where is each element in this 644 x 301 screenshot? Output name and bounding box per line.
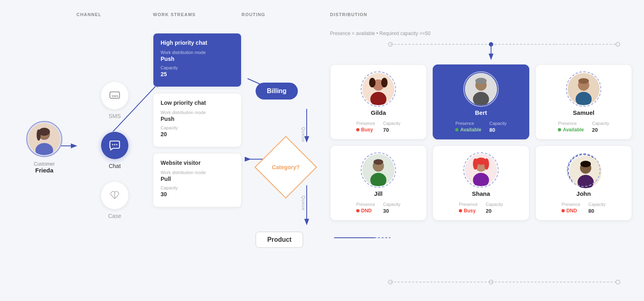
bert-presence-value: Available <box>455 127 481 133</box>
svg-point-35 <box>362 73 394 105</box>
samuel-capacity-label: Capacity <box>592 121 609 126</box>
svg-point-60 <box>578 175 594 188</box>
bert-capacity-value: 80 <box>489 127 495 133</box>
ws-low-title: Low priority chat <box>161 100 234 106</box>
john-stats: Presence DND Capacity 80 <box>542 202 625 214</box>
customer-avatar <box>28 123 60 155</box>
ws-high-mode-label: Work distribution mode <box>161 50 234 55</box>
shana-capacity-label: Capacity <box>486 202 503 207</box>
samuel-capacity-value: 20 <box>592 127 598 133</box>
svg-point-47 <box>578 78 589 84</box>
jill-presence-dot <box>356 209 359 212</box>
workstream-cards: High priority chat Work distribution mod… <box>153 33 242 207</box>
jill-presence-value: DND <box>356 208 372 214</box>
workstreams-column: WORK STREAMS High priority chat Work dis… <box>153 8 242 293</box>
agent-card-jill[interactable]: Jill Presence DND Capacity 30 <box>330 145 427 220</box>
bert-stats: Presence Available Capacity 80 <box>439 121 523 133</box>
routing-column: ROUTING Billing Queue Category? Queue Pr… <box>242 8 330 293</box>
svg-point-45 <box>578 79 589 91</box>
channel-section-label: CHANNEL <box>76 12 153 17</box>
svg-point-37 <box>370 92 386 105</box>
ws-low-mode: Push <box>161 116 234 122</box>
ws-high-cap-label: Capacity <box>161 65 234 70</box>
shana-capacity-value: 20 <box>486 208 491 214</box>
bert-presence-stat: Presence Available <box>455 121 481 133</box>
svg-point-43 <box>475 78 487 84</box>
ws-card-low-priority[interactable]: Low priority chat Work distribution mode… <box>153 93 242 147</box>
john-capacity-stat: Capacity 80 <box>588 202 606 214</box>
svg-point-44 <box>568 73 600 105</box>
sms-channel-icon: SMS <box>101 81 129 110</box>
ws-web-cap: 30 <box>161 191 234 197</box>
shana-name: Shana <box>472 190 490 197</box>
customer-avatar-wrap <box>26 121 62 157</box>
chat-channel-name: Chat <box>109 163 121 169</box>
gilda-name: Gilda <box>371 109 386 116</box>
agent-card-shana[interactable]: Shana Presence Busy Capacity 20 <box>433 145 529 220</box>
bert-capacity-label: Capacity <box>489 121 507 126</box>
svg-point-61 <box>580 161 591 167</box>
main-container: Customer Frieda CHANNEL SMS SMS <box>0 0 644 301</box>
svg-point-57 <box>484 158 489 170</box>
bert-capacity-stat: Capacity 80 <box>489 121 507 133</box>
samuel-presence-dot <box>558 128 561 131</box>
jill-stats: Presence DND Capacity 30 <box>336 202 420 214</box>
samuel-name: Samuel <box>573 109 594 116</box>
category-container: Category? <box>264 145 308 189</box>
channel-item-case[interactable]: Case <box>101 181 129 219</box>
gilda-stats: Presence Busy Capacity 70 <box>336 121 420 133</box>
distribution-section-label: DISTRIBUTION <box>330 12 632 17</box>
routing-section-label: ROUTING <box>242 12 330 17</box>
agent-grid: Gilda Presence Busy Capacity 70 <box>330 64 632 220</box>
shana-capacity-stat: Capacity 20 <box>486 202 503 214</box>
samuel-presence-label: Presence <box>558 121 576 126</box>
svg-point-59 <box>580 162 591 174</box>
ws-high-title: High priority chat <box>161 39 234 46</box>
customer-name: Frieda <box>35 167 53 174</box>
svg-point-33 <box>116 144 118 145</box>
sms-channel-name: SMS <box>109 113 121 119</box>
channel-column: CHANNEL SMS SMS <box>76 8 153 293</box>
shana-stats: Presence Busy Capacity 20 <box>439 202 523 214</box>
ws-card-high-priority[interactable]: High priority chat Work distribution mod… <box>153 33 242 87</box>
john-presence-stat: Presence DND <box>561 202 580 214</box>
gilda-presence-stat: Presence Busy <box>356 121 375 133</box>
queue-label-2: Queue <box>301 195 306 211</box>
shana-presence-stat: Presence Busy <box>459 202 477 214</box>
agent-card-gilda[interactable]: Gilda Presence Busy Capacity 70 <box>330 64 427 139</box>
svg-point-54 <box>473 173 489 186</box>
jill-name: Jill <box>374 190 383 197</box>
svg-point-58 <box>570 156 602 188</box>
svg-point-42 <box>473 92 489 105</box>
ws-web-mode-label: Work distribution mode <box>161 170 234 175</box>
svg-point-50 <box>370 173 386 186</box>
gilda-capacity-label: Capacity <box>383 121 400 126</box>
jill-presence-stat: Presence DND <box>356 202 375 214</box>
product-box: Product <box>256 232 303 248</box>
agent-card-bert[interactable]: Bert Presence Available Capacity 80 <box>433 64 529 139</box>
agent-card-john[interactable]: John Presence DND Capacity 80 <box>535 145 632 220</box>
category-text: Category? <box>272 164 299 170</box>
ws-card-website[interactable]: Website visitor Work distribution mode P… <box>153 153 242 207</box>
gilda-presence-dot <box>356 128 359 131</box>
agent-card-samuel[interactable]: Samuel Presence Available Capacity 20 <box>535 64 632 139</box>
bert-avatar-wrap <box>465 73 497 105</box>
svg-text:SMS: SMS <box>111 94 119 98</box>
channel-item-chat[interactable]: Chat <box>101 131 129 169</box>
samuel-capacity-stat: Capacity 20 <box>592 121 609 133</box>
svg-point-52 <box>465 154 497 186</box>
bert-presence-label: Presence <box>455 121 474 126</box>
jill-avatar-wrap <box>362 154 394 186</box>
svg-point-41 <box>475 79 487 91</box>
john-capacity-label: Capacity <box>588 202 606 207</box>
ws-low-cap: 20 <box>161 131 234 137</box>
ws-low-cap-label: Capacity <box>161 125 234 130</box>
billing-pill: Billing <box>256 83 298 100</box>
bert-presence-dot <box>455 128 458 131</box>
svg-point-53 <box>475 160 487 172</box>
john-presence-value: DND <box>561 208 577 214</box>
svg-point-28 <box>37 129 41 141</box>
ws-high-mode: Push <box>161 56 234 62</box>
channel-item-sms[interactable]: SMS SMS <box>101 81 129 119</box>
shana-presence-label: Presence <box>459 202 477 207</box>
